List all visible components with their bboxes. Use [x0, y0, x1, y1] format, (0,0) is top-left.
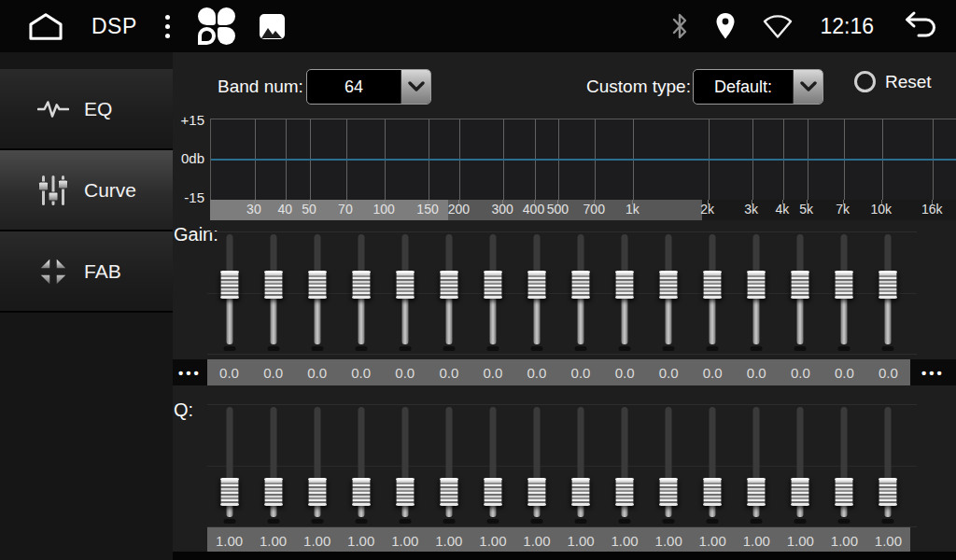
gain-slider-knob[interactable] — [395, 271, 415, 299]
q-slider[interactable] — [251, 404, 295, 525]
gain-slider-knob[interactable] — [835, 271, 854, 299]
q-slider-knob[interactable] — [703, 478, 723, 506]
gain-slider[interactable] — [647, 231, 691, 353]
gain-slider-knob[interactable] — [571, 271, 591, 299]
q-slider[interactable] — [207, 404, 251, 525]
q-slider-knob[interactable] — [263, 478, 283, 506]
gain-slider-knob[interactable] — [439, 271, 458, 299]
gain-slider-knob[interactable] — [879, 271, 898, 299]
gain-slider-knob[interactable] — [307, 271, 327, 299]
scroll-right-button[interactable]: ••• — [910, 359, 956, 385]
gain-slider[interactable] — [383, 231, 427, 353]
sidebar-item-label: FAB — [84, 260, 121, 283]
gain-slider-knob[interactable] — [747, 271, 766, 299]
waveform-icon — [37, 93, 69, 125]
freq-tick-label: 30 — [246, 202, 261, 217]
q-slider-knob[interactable] — [659, 478, 679, 506]
gain-slider[interactable] — [427, 231, 471, 353]
gain-slider-knob[interactable] — [263, 271, 283, 299]
q-slider[interactable] — [427, 404, 471, 525]
gain-slider[interactable] — [866, 231, 910, 353]
apps-clover-icon[interactable] — [198, 7, 235, 45]
q-slider-knob[interactable] — [483, 478, 502, 506]
location-icon — [715, 12, 736, 40]
q-slider[interactable] — [603, 404, 647, 525]
q-slider[interactable] — [383, 404, 427, 525]
gain-slider[interactable] — [691, 231, 735, 353]
q-slider-track — [710, 407, 716, 489]
custom-type-dropdown[interactable]: Default: — [693, 69, 823, 105]
gain-slider-knob[interactable] — [351, 271, 371, 299]
gain-slider[interactable] — [207, 231, 251, 353]
q-slider-track — [445, 407, 452, 489]
q-slider-knob[interactable] — [747, 478, 766, 506]
q-slider-track — [622, 407, 628, 489]
eq-curve-plot[interactable] — [210, 119, 956, 201]
q-slider-knob[interactable] — [615, 478, 635, 506]
gain-slider-base — [530, 346, 542, 351]
kebab-menu-icon[interactable] — [162, 11, 174, 42]
freq-tick-label: 10k — [871, 202, 893, 217]
gain-slider[interactable] — [559, 231, 603, 353]
q-slider-knob[interactable] — [219, 478, 239, 506]
q-slider-knob[interactable] — [395, 478, 415, 506]
q-slider-base — [311, 519, 323, 524]
gain-slider-knob[interactable] — [791, 271, 810, 299]
reset-radio-icon[interactable] — [854, 71, 876, 92]
gain-slider-knob[interactable] — [659, 271, 679, 299]
gain-slider[interactable] — [779, 231, 822, 353]
q-slider[interactable] — [559, 404, 603, 525]
gain-slider[interactable] — [603, 231, 647, 353]
q-slider-knob[interactable] — [879, 478, 898, 506]
q-slider[interactable] — [514, 404, 558, 525]
freq-tick-label: 500 — [547, 202, 569, 217]
gain-slider[interactable] — [339, 231, 383, 353]
q-slider[interactable] — [779, 404, 822, 525]
q-slider[interactable] — [822, 404, 866, 525]
sidebar-item-eq[interactable]: EQ — [0, 69, 173, 150]
reset-button[interactable]: Reset — [854, 71, 932, 92]
q-slider-knob[interactable] — [351, 478, 371, 506]
q-slider-knob[interactable] — [527, 478, 546, 506]
q-slider[interactable] — [295, 404, 339, 525]
freq-tick-label: 2k — [700, 202, 714, 217]
freq-tick-label: 700 — [583, 202, 605, 217]
q-slider[interactable] — [691, 404, 735, 525]
gallery-icon[interactable] — [260, 14, 285, 39]
q-slider-knob[interactable] — [307, 478, 327, 506]
gain-slider[interactable] — [735, 231, 779, 353]
q-slider[interactable] — [735, 404, 779, 525]
q-slider[interactable] — [647, 404, 691, 525]
chevron-down-icon[interactable] — [401, 70, 430, 104]
q-slider-knob[interactable] — [571, 478, 591, 506]
gain-slider-base — [619, 346, 631, 351]
q-slider-knob[interactable] — [835, 478, 854, 506]
gain-slider[interactable] — [514, 231, 558, 353]
sidebar-item-curve[interactable]: Curve — [0, 150, 173, 231]
gain-slider-knob[interactable] — [219, 271, 239, 299]
gain-slider-knob[interactable] — [703, 271, 723, 299]
gain-slider[interactable] — [471, 231, 514, 353]
q-slider-base — [486, 519, 499, 524]
q-slider-knob[interactable] — [791, 478, 810, 506]
q-slider-track — [533, 407, 540, 489]
sidebar-item-fab[interactable]: FAB — [0, 231, 173, 313]
q-value: 1.00 — [559, 533, 603, 549]
home-icon[interactable] — [24, 10, 67, 42]
q-slider[interactable] — [866, 404, 910, 525]
freq-tick-label: 400 — [523, 202, 544, 217]
q-slider[interactable] — [339, 404, 383, 525]
q-slider[interactable] — [471, 404, 514, 525]
back-icon[interactable] — [900, 10, 939, 42]
gain-slider-base — [267, 346, 279, 351]
band-num-dropdown[interactable]: 64 — [306, 69, 431, 105]
gain-slider[interactable] — [251, 231, 295, 353]
gain-slider-knob[interactable] — [615, 271, 635, 299]
gain-slider-knob[interactable] — [483, 271, 502, 299]
gain-slider-knob[interactable] — [527, 271, 546, 299]
scroll-left-button[interactable]: ••• — [173, 359, 207, 385]
gain-slider[interactable] — [295, 231, 339, 353]
chevron-down-icon[interactable] — [793, 70, 822, 104]
gain-slider[interactable] — [822, 231, 866, 353]
q-slider-knob[interactable] — [439, 478, 458, 506]
